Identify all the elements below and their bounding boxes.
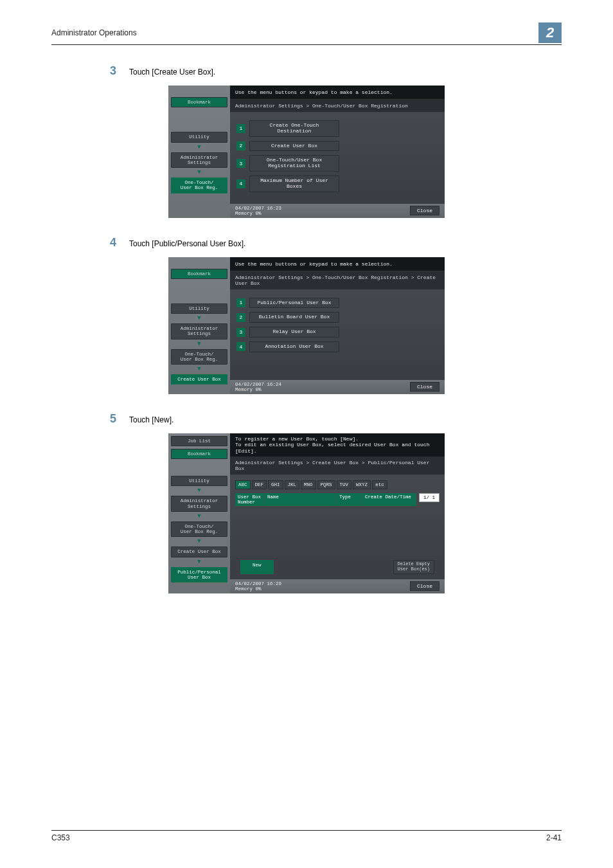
step-number: 4 bbox=[106, 236, 116, 249]
main-panel: To register a new User Box, touch [New].… bbox=[230, 433, 445, 593]
alpha-tabs: ABC DEF GHI JKL MNO PQRS TUV WXYZ etc bbox=[235, 480, 440, 489]
tab-mno[interactable]: MNO bbox=[301, 480, 316, 489]
tab-etc[interactable]: etc bbox=[372, 480, 387, 489]
status-text: 04/02/2007 16:23 Memory 0% bbox=[235, 206, 281, 216]
list-body: ABC DEF GHI JKL MNO PQRS TUV WXYZ etc Us… bbox=[230, 475, 445, 579]
tab-abc[interactable]: ABC bbox=[235, 480, 251, 489]
page-footer: C353 2-41 bbox=[51, 830, 562, 842]
arrow-down-icon: ▼ bbox=[171, 539, 227, 545]
onetouch-userbox-button[interactable]: One-Touch/ User Box Reg. bbox=[171, 521, 227, 538]
menu-item-1[interactable]: 1Public/Personal User Box bbox=[236, 298, 438, 309]
arrow-down-icon: ▼ bbox=[171, 366, 227, 372]
step-number: 5 bbox=[106, 412, 116, 426]
menu-item-2[interactable]: 2Bulletin Board User Box bbox=[236, 312, 438, 323]
prompt-text: Use the menu buttons or keypad to make a… bbox=[230, 257, 445, 271]
utility-button[interactable]: Utility bbox=[171, 303, 227, 314]
screenshot-2: Bookmark Utility ▼ Administrator Setting… bbox=[168, 257, 445, 394]
section-title: Administrator Operations bbox=[51, 28, 538, 37]
main-panel: Use the menu buttons or keypad to make a… bbox=[230, 86, 445, 218]
arrow-down-icon: ▼ bbox=[171, 514, 227, 520]
status-bar: 04/02/2007 16:24 Memory 0% Close bbox=[230, 380, 445, 394]
onetouch-userbox-button[interactable]: One-Touch/ User Box Reg. bbox=[171, 349, 227, 365]
table-header: User Box Number Name Type Create Date/Ti… bbox=[235, 493, 416, 506]
menu-item-3[interactable]: 3One-Touch/User Box Registration List bbox=[236, 155, 438, 172]
status-text: 04/02/2007 16:29 Memory 0% bbox=[235, 581, 281, 592]
page-header: Administrator Operations 2 bbox=[51, 23, 562, 45]
admin-settings-button[interactable]: Administrator Settings bbox=[171, 323, 227, 339]
status-bar: 04/02/2007 16:29 Memory 0% Close bbox=[230, 579, 445, 593]
admin-settings-button[interactable]: Administrator Settings bbox=[171, 496, 227, 512]
step-3: 3 Touch [Create User Box]. bbox=[106, 64, 562, 78]
step-4: 4 Touch [Public/Personal User Box]. bbox=[106, 236, 562, 249]
screenshot-1: Bookmark Utility ▼ Administrator Setting… bbox=[168, 86, 445, 218]
prompt-text: Use the menu buttons or keypad to make a… bbox=[230, 86, 445, 100]
utility-button[interactable]: Utility bbox=[171, 476, 227, 486]
tab-ghi[interactable]: GHI bbox=[268, 480, 283, 489]
close-button[interactable]: Close bbox=[410, 581, 440, 591]
step-5: 5 Touch [New]. bbox=[106, 412, 562, 426]
side-panel: Bookmark Utility ▼ Administrator Setting… bbox=[168, 257, 230, 394]
bookmark-button[interactable]: Bookmark bbox=[171, 449, 227, 459]
new-button[interactable]: New bbox=[240, 560, 274, 574]
step-text: Touch [New]. bbox=[129, 412, 173, 424]
side-panel: Bookmark Utility ▼ Administrator Setting… bbox=[168, 86, 230, 218]
step-text: Touch [Create User Box]. bbox=[129, 64, 215, 77]
arrow-down-icon: ▼ bbox=[171, 341, 227, 347]
bookmark-button[interactable]: Bookmark bbox=[171, 269, 227, 279]
page-indicator: 1/ 1 bbox=[419, 493, 440, 502]
job-list-button[interactable]: Job List bbox=[171, 436, 227, 446]
menu-item-1[interactable]: 1Create One-Touch Destination bbox=[236, 120, 438, 137]
prompt-text: To register a new User Box, touch [New].… bbox=[230, 433, 445, 457]
page-number: 2-41 bbox=[546, 833, 562, 842]
tab-pqrs[interactable]: PQRS bbox=[317, 480, 335, 489]
breadcrumb: Administrator Settings > Create User Box… bbox=[230, 457, 445, 475]
arrow-down-icon: ▼ bbox=[171, 559, 227, 565]
menu-body: 1Create One-Touch Destination 2Create Us… bbox=[230, 113, 445, 204]
menu-item-4[interactable]: 4Annotation User Box bbox=[236, 341, 438, 352]
create-user-box-button[interactable]: Create User Box bbox=[171, 374, 227, 384]
admin-settings-button[interactable]: Administrator Settings bbox=[171, 152, 227, 168]
bookmark-button[interactable]: Bookmark bbox=[171, 97, 227, 107]
arrow-down-icon: ▼ bbox=[171, 316, 227, 321]
utility-button[interactable]: Utility bbox=[171, 132, 227, 142]
tab-jkl[interactable]: JKL bbox=[285, 480, 300, 489]
menu-body: 1Public/Personal User Box 2Bulletin Boar… bbox=[230, 290, 445, 380]
tab-wxyz[interactable]: WXYZ bbox=[353, 480, 371, 489]
breadcrumb: Administrator Settings > One-Touch/User … bbox=[230, 271, 445, 290]
chapter-number: 2 bbox=[538, 23, 562, 43]
model-code: C353 bbox=[51, 833, 70, 842]
status-text: 04/02/2007 16:24 Memory 0% bbox=[235, 382, 281, 392]
arrow-down-icon: ▼ bbox=[171, 170, 227, 176]
arrow-down-icon: ▼ bbox=[171, 145, 227, 150]
arrow-down-icon: ▼ bbox=[171, 488, 227, 494]
main-panel: Use the menu buttons or keypad to make a… bbox=[230, 257, 445, 394]
side-panel: Job List Bookmark Utility ▼ Administrato… bbox=[168, 433, 230, 593]
close-button[interactable]: Close bbox=[410, 382, 440, 392]
menu-item-2[interactable]: 2Create User Box bbox=[236, 141, 438, 152]
menu-item-4[interactable]: 4Maximum Number of User Boxes bbox=[236, 176, 438, 192]
tab-def[interactable]: DEF bbox=[252, 480, 267, 489]
create-user-box-button[interactable]: Create User Box bbox=[171, 547, 227, 557]
action-row: New Delete Empty User Box(es) bbox=[235, 557, 440, 574]
step-number: 3 bbox=[106, 64, 116, 78]
close-button[interactable]: Close bbox=[410, 206, 440, 215]
breadcrumb: Administrator Settings > One-Touch/User … bbox=[230, 100, 445, 113]
status-bar: 04/02/2007 16:23 Memory 0% Close bbox=[230, 204, 445, 218]
screenshot-3: Job List Bookmark Utility ▼ Administrato… bbox=[168, 433, 445, 593]
tab-tuv[interactable]: TUV bbox=[337, 480, 352, 489]
onetouch-userbox-button[interactable]: One-Touch/ User Box Reg. bbox=[171, 177, 227, 194]
public-personal-button[interactable]: Public/Personal User Box bbox=[171, 567, 227, 583]
delete-empty-button[interactable]: Delete Empty User Box(es) bbox=[393, 560, 434, 574]
step-text: Touch [Public/Personal User Box]. bbox=[129, 236, 245, 248]
menu-item-3[interactable]: 3Relay User Box bbox=[236, 327, 438, 338]
